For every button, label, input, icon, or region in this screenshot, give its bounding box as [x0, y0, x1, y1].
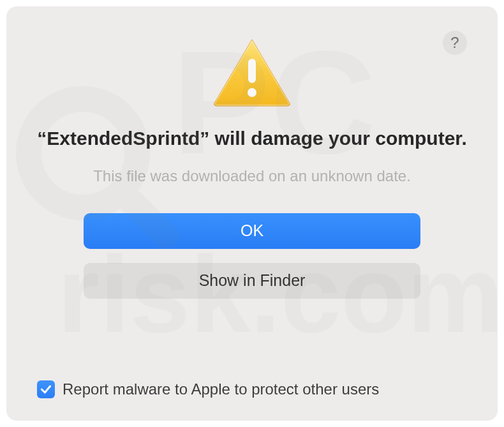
ok-button[interactable]: OK: [84, 213, 420, 249]
report-malware-label: Report malware to Apple to protect other…: [63, 380, 379, 398]
show-in-finder-button[interactable]: Show in Finder: [84, 263, 420, 299]
dialog-title: “ExtendedSprintd” will damage your compu…: [37, 126, 466, 151]
warning-icon: [211, 36, 293, 107]
svg-point-0: [29, 99, 137, 207]
svg-point-5: [248, 88, 256, 97]
svg-rect-4: [248, 59, 256, 83]
button-group: OK Show in Finder: [84, 213, 420, 299]
report-malware-checkbox[interactable]: [37, 380, 55, 398]
help-icon: ?: [450, 34, 459, 52]
report-malware-row: Report malware to Apple to protect other…: [37, 380, 379, 398]
help-button[interactable]: ?: [443, 31, 467, 55]
alert-dialog: PC risk.com ? “ExtendedSprintd” will dam…: [6, 6, 498, 421]
dialog-subtitle: This file was downloaded on an unknown d…: [93, 167, 411, 185]
checkmark-icon: [40, 383, 52, 396]
